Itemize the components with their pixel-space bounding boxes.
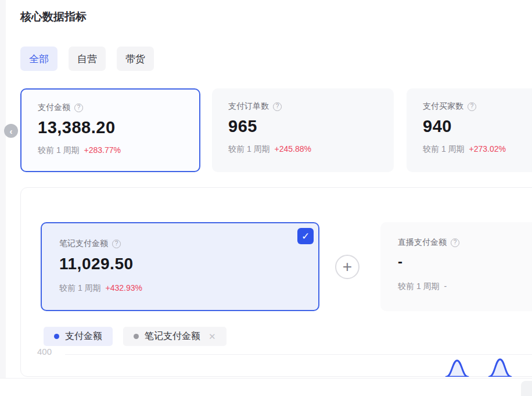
help-icon[interactable]: ? (74, 104, 83, 112)
change-badge: +245.88% (275, 144, 311, 155)
metric-value: - (398, 254, 459, 270)
legend-item-payment-amount[interactable]: 支付金额 (44, 327, 113, 346)
change-badge: - (444, 281, 447, 292)
change-badge: +273.02% (469, 144, 506, 155)
metric-card-payment-amount[interactable]: 支付金额 ? 13,388.20 较前 1 周期 +283.77% (20, 88, 200, 172)
y-axis-tick: 400 (37, 347, 52, 356)
help-icon[interactable]: ? (112, 240, 121, 248)
tab-all[interactable]: 全部 (20, 47, 57, 71)
metric-label: 支付金额 (38, 102, 70, 113)
compare-label: 较前 1 周期 (398, 281, 440, 292)
metric-label: 笔记支付金额 (59, 238, 108, 249)
metric-card-buyer-count[interactable]: 支付买家数 ? 940 较前 1 周期 +273.02% (407, 88, 532, 172)
legend-dot-blue (54, 334, 59, 339)
compare-label: 较前 1 周期 (38, 145, 80, 156)
metric-value: 11,029.50 (59, 255, 142, 273)
filter-tabs: 全部 自营 带货 (20, 47, 154, 71)
help-icon[interactable]: ? (273, 102, 282, 111)
legend-dot-gray (134, 334, 139, 339)
metric-value: 13,388.20 (38, 118, 121, 137)
carousel-left-button[interactable]: ‹ (4, 124, 18, 138)
sub-card-live-payment[interactable]: 直播支付金额 ? - 较前 1 周期 - (380, 222, 532, 311)
close-icon[interactable]: ✕ (209, 331, 216, 342)
metric-value: 965 (228, 117, 311, 136)
bottom-divider (0, 378, 532, 379)
add-metric-button[interactable]: + (335, 255, 360, 279)
chevron-left-icon: ‹ (10, 126, 13, 136)
note-card-checkbox[interactable]: ✓ (297, 228, 314, 244)
change-badge: +283.77% (84, 145, 121, 156)
metric-label: 支付订单数 (228, 101, 269, 112)
legend-item-note-payment-amount[interactable]: 笔记支付金额 ✕ (123, 327, 227, 346)
metric-card-order-count[interactable]: 支付订单数 ? 965 较前 1 周期 +245.88% (212, 88, 394, 172)
line-chart (407, 357, 532, 377)
page-title: 核心数据指标 (20, 9, 87, 24)
metric-value: 940 (423, 117, 506, 136)
change-badge: +432.93% (106, 283, 142, 294)
tab-affiliate[interactable]: 带货 (117, 47, 154, 71)
tab-self-operated[interactable]: 自营 (69, 47, 106, 71)
compare-label: 较前 1 周期 (423, 144, 465, 155)
dashboard-panel: 核心数据指标 全部 自营 带货 ‹ 支付金额 ? 13,388.20 较前 1 … (0, 0, 532, 396)
chart-gridline (65, 354, 532, 355)
compare-label: 较前 1 周期 (59, 283, 101, 294)
legend-label: 笔记支付金额 (145, 330, 200, 343)
help-icon[interactable]: ? (451, 238, 459, 247)
legend-label: 支付金额 (65, 330, 102, 343)
floating-widget[interactable] (521, 381, 532, 396)
metric-label: 直播支付金额 (398, 237, 447, 248)
chart-legend: 支付金额 笔记支付金额 ✕ (44, 327, 227, 346)
plus-icon: + (343, 258, 352, 276)
help-icon[interactable]: ? (468, 102, 476, 111)
left-gutter (0, 0, 6, 378)
check-icon: ✓ (301, 230, 310, 242)
compare-label: 较前 1 周期 (228, 144, 270, 155)
metric-label: 支付买家数 (423, 101, 463, 112)
sub-card-note-payment[interactable]: ✓ 笔记支付金额 ? 11,029.50 较前 1 周期 +432.93% (41, 222, 319, 311)
